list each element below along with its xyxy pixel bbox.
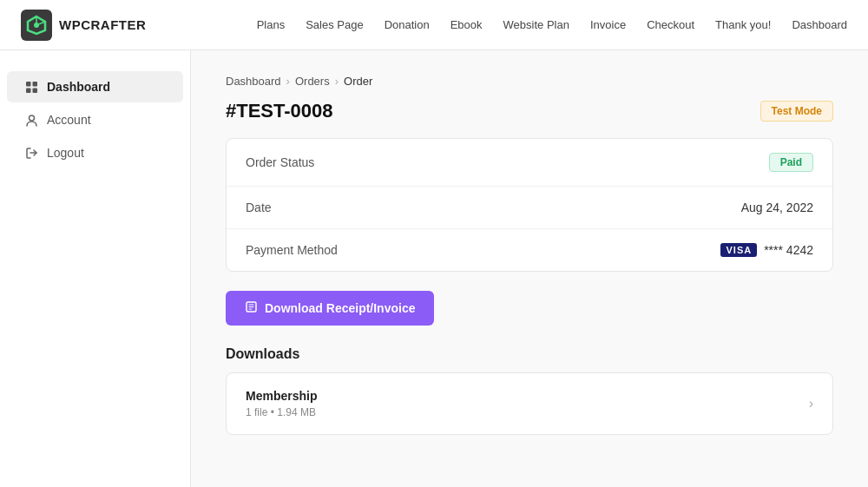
nav-donation[interactable]: Donation xyxy=(385,18,430,31)
downloads-title: Downloads xyxy=(226,346,833,362)
order-status-row: Order Status Paid xyxy=(227,139,832,187)
breadcrumb-sep-2: › xyxy=(335,75,339,88)
nav-website-plan[interactable]: Website Plan xyxy=(503,18,569,31)
order-date-value: Aug 24, 2022 xyxy=(741,201,813,214)
svg-rect-2 xyxy=(26,82,31,87)
logout-icon xyxy=(24,146,38,160)
downloads-table: Membership 1 file • 1.94 MB › xyxy=(226,372,833,435)
nav-ebook[interactable]: Ebook xyxy=(450,18,483,31)
breadcrumb-order: Order xyxy=(344,75,372,88)
download-info: Membership 1 file • 1.94 MB xyxy=(246,389,317,418)
download-row-membership[interactable]: Membership 1 file • 1.94 MB › xyxy=(227,373,832,434)
breadcrumb: Dashboard › Orders › Order xyxy=(226,75,833,88)
user-icon xyxy=(24,113,38,127)
nav-sales-page[interactable]: Sales Page xyxy=(306,18,364,31)
test-mode-badge: Test Mode xyxy=(760,101,833,122)
nav-checkout[interactable]: Checkout xyxy=(647,18,694,31)
download-icon xyxy=(245,300,258,316)
sidebar-item-dashboard[interactable]: Dashboard xyxy=(7,71,183,102)
svg-point-1 xyxy=(34,23,39,28)
sidebar-dashboard-label: Dashboard xyxy=(47,80,110,94)
breadcrumb-sep-1: › xyxy=(286,75,290,88)
order-payment-row: Payment Method VISA **** 4242 xyxy=(227,229,832,271)
order-date-row: Date Aug 24, 2022 xyxy=(227,187,832,229)
paid-badge: Paid xyxy=(769,153,813,172)
card-last-four: **** 4242 xyxy=(764,243,813,257)
chevron-right-icon: › xyxy=(809,396,813,411)
logo[interactable]: WPCRAFTER xyxy=(21,10,146,41)
logo-text: WPCRAFTER xyxy=(59,17,146,32)
sidebar-account-label: Account xyxy=(47,113,91,127)
grid-icon xyxy=(24,80,38,94)
logo-icon xyxy=(21,10,52,41)
nav-plans[interactable]: Plans xyxy=(257,18,286,31)
download-button-label: Download Receipt/Invoice xyxy=(265,301,415,315)
payment-method-value: VISA **** 4242 xyxy=(720,243,813,257)
order-date-label: Date xyxy=(246,201,272,214)
sidebar-item-logout[interactable]: Logout xyxy=(7,137,183,168)
layout: Dashboard Account Logout xyxy=(0,50,868,487)
download-meta: 1 file • 1.94 MB xyxy=(246,406,317,418)
downloads-section: Downloads Membership 1 file • 1.94 MB › xyxy=(226,346,833,435)
sidebar-logout-label: Logout xyxy=(47,146,84,160)
breadcrumb-dashboard[interactable]: Dashboard xyxy=(226,75,281,88)
sidebar-item-account[interactable]: Account xyxy=(7,104,183,135)
order-status-label: Order Status xyxy=(246,155,314,169)
svg-point-6 xyxy=(29,115,34,121)
download-receipt-button[interactable]: Download Receipt/Invoice xyxy=(226,291,434,326)
header: WPCRAFTER Plans Sales Page Donation Eboo… xyxy=(0,0,868,50)
visa-badge: VISA xyxy=(720,243,757,257)
svg-rect-5 xyxy=(32,88,37,93)
svg-rect-4 xyxy=(26,88,31,93)
breadcrumb-orders[interactable]: Orders xyxy=(295,75,330,88)
order-table: Order Status Paid Date Aug 24, 2022 Paym… xyxy=(226,138,833,272)
svg-rect-3 xyxy=(32,82,37,87)
nav-thank-you[interactable]: Thank you! xyxy=(715,18,771,31)
download-name: Membership xyxy=(246,389,317,403)
main-nav: Plans Sales Page Donation Ebook Website … xyxy=(257,18,847,31)
order-id: #TEST-0008 xyxy=(226,100,333,122)
order-header: #TEST-0008 Test Mode xyxy=(226,100,833,122)
sidebar: Dashboard Account Logout xyxy=(0,50,191,487)
main-content: Dashboard › Orders › Order #TEST-0008 Te… xyxy=(191,50,868,487)
nav-dashboard[interactable]: Dashboard xyxy=(792,18,847,31)
nav-invoice[interactable]: Invoice xyxy=(590,18,626,31)
payment-method-label: Payment Method xyxy=(246,243,338,257)
